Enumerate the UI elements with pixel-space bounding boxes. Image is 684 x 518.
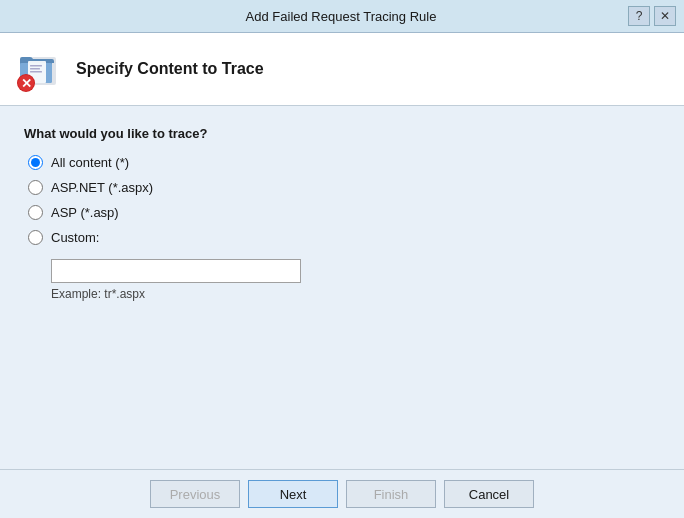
header-icon-container: ✕ [16, 45, 64, 93]
radio-aspnet[interactable]: ASP.NET (*.aspx) [28, 180, 660, 195]
radio-asp-label: ASP (*.asp) [51, 205, 119, 220]
dialog-title: Add Failed Request Tracing Rule [54, 9, 628, 24]
section-label: What would you like to trace? [24, 126, 660, 141]
radio-aspnet-label: ASP.NET (*.aspx) [51, 180, 153, 195]
dialog: ✕ Specify Content to Trace What would yo… [0, 33, 684, 518]
next-button[interactable]: Next [248, 480, 338, 508]
radio-asp-input[interactable] [28, 205, 43, 220]
radio-all-content-label: All content (*) [51, 155, 129, 170]
error-badge-icon: ✕ [16, 73, 36, 93]
example-text: Example: tr*.aspx [51, 287, 660, 301]
radio-asp[interactable]: ASP (*.asp) [28, 205, 660, 220]
radio-custom-label: Custom: [51, 230, 99, 245]
radio-custom[interactable]: Custom: [28, 230, 660, 245]
custom-trace-input[interactable] [51, 259, 301, 283]
dialog-footer: Previous Next Finish Cancel [0, 469, 684, 518]
cancel-button[interactable]: Cancel [444, 480, 534, 508]
previous-button[interactable]: Previous [150, 480, 240, 508]
svg-rect-4 [30, 65, 42, 67]
dialog-header: ✕ Specify Content to Trace [0, 33, 684, 106]
radio-custom-input[interactable] [28, 230, 43, 245]
close-button[interactable]: ✕ [654, 6, 676, 26]
dialog-content: What would you like to trace? All conten… [0, 106, 684, 469]
radio-all-content[interactable]: All content (*) [28, 155, 660, 170]
radio-aspnet-input[interactable] [28, 180, 43, 195]
radio-group: All content (*) ASP.NET (*.aspx) ASP (*.… [28, 155, 660, 301]
title-bar: Add Failed Request Tracing Rule ? ✕ [0, 0, 684, 33]
svg-text:✕: ✕ [21, 76, 32, 91]
header-title: Specify Content to Trace [76, 60, 264, 78]
custom-input-section: Example: tr*.aspx [51, 259, 660, 301]
help-button[interactable]: ? [628, 6, 650, 26]
finish-button[interactable]: Finish [346, 480, 436, 508]
title-bar-controls: ? ✕ [628, 6, 676, 26]
radio-all-content-input[interactable] [28, 155, 43, 170]
svg-rect-5 [30, 68, 40, 70]
